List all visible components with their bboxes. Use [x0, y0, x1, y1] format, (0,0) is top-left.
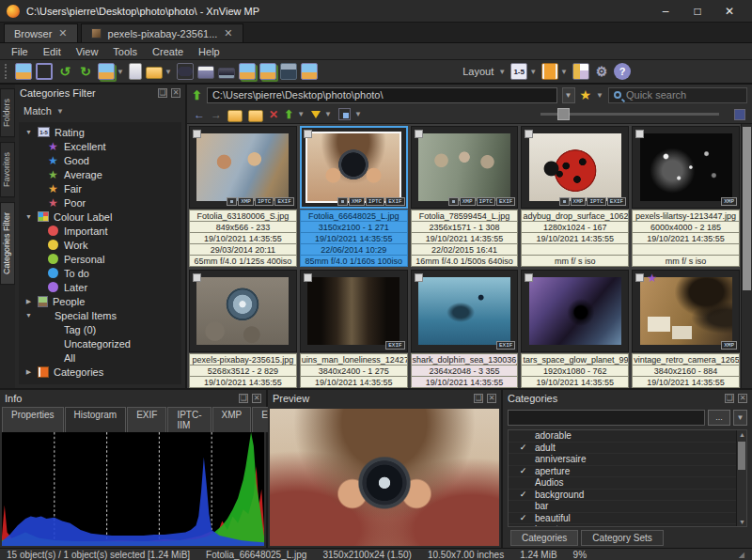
category-checkbox[interactable] [518, 478, 528, 488]
category-checkbox[interactable]: ✓ [518, 466, 528, 475]
category-checkbox[interactable]: ✓ [518, 443, 528, 452]
scan-icon[interactable] [218, 68, 235, 79]
tab-close-icon[interactable]: ✕ [58, 27, 67, 39]
info-tab-exif[interactable]: EXIF [127, 407, 166, 432]
thumbnail-item-2[interactable]: XMPIPTCEXIF Fotolia_78599454_L.jpg 2356x… [411, 126, 519, 267]
thumbnail-image-box[interactable] [189, 270, 297, 352]
slider-handle[interactable] [557, 108, 570, 120]
scrollbar-thumb[interactable] [743, 127, 751, 290]
path-input[interactable]: C:\Users\pierre\Desktop\photo\photo\ [207, 87, 557, 103]
thumbnail-image-box[interactable]: EXIF [411, 270, 519, 352]
chevron-down-icon[interactable]: ▼ [733, 410, 747, 426]
quick-search-input[interactable]: Quick search [608, 87, 747, 103]
path-dropdown-icon[interactable]: ▼ [562, 87, 575, 103]
tree-item-all[interactable]: All [19, 350, 181, 365]
panel-float-icon[interactable]: ❏ [725, 394, 734, 403]
open-with-icon[interactable] [146, 67, 163, 79]
back-icon[interactable]: ← [194, 108, 205, 121]
sidebar-tab-categories-filter[interactable]: Categories Filter [0, 202, 15, 285]
collapse-arrow-icon[interactable]: ▼ [24, 213, 33, 220]
tree-item-special-items[interactable]: ▼ Special Items [19, 308, 181, 322]
category-item-beautiful[interactable]: ✓ beautiful [509, 513, 746, 525]
maximize-button[interactable]: □ [682, 5, 713, 18]
minimize-button[interactable]: – [650, 5, 682, 18]
folder-icon[interactable] [227, 110, 243, 122]
panel-close-icon[interactable]: ✕ [487, 394, 496, 403]
collapse-arrow-icon[interactable]: ▼ [24, 129, 33, 135]
folder-up-icon[interactable]: ⬆ [192, 88, 202, 102]
category-checkbox[interactable] [518, 431, 528, 441]
thumbnail-image-box[interactable]: ★ XMP [632, 270, 740, 352]
tree-item-later[interactable]: Later [19, 280, 181, 294]
info-tab-properties[interactable]: Properties [2, 407, 64, 432]
panel-close-icon[interactable]: ✕ [252, 394, 261, 403]
thumbnail-image-box[interactable]: EXIF [300, 270, 408, 352]
category-item-adult[interactable]: ✓ adult [509, 443, 746, 455]
screen-capture-icon[interactable] [280, 63, 297, 80]
scroll-down-icon[interactable]: ▼ [739, 519, 745, 525]
categories-tab-category-sets[interactable]: Category Sets [581, 530, 663, 546]
tab-close-icon[interactable]: ✕ [224, 27, 232, 39]
panel-float-icon[interactable]: ❏ [239, 394, 248, 403]
thumbnail-checkbox[interactable] [193, 130, 201, 138]
category-item-audios[interactable]: Audios [509, 477, 746, 490]
thumbnail-item-5[interactable]: pexels-pixabay-235615.jpg 5268x3512 - 2 … [189, 270, 297, 388]
slideshow-icon[interactable] [541, 63, 558, 80]
thumbnail-checkbox[interactable] [304, 273, 312, 282]
convert-icon[interactable] [98, 63, 115, 80]
thumbnail-checkbox[interactable] [304, 130, 312, 138]
thumbnail-size-slider[interactable] [540, 113, 719, 116]
scroll-up-icon[interactable]: ▲ [739, 431, 745, 438]
sidebar-tab-folders[interactable]: Folders [0, 88, 15, 137]
menu-create[interactable]: Create [145, 45, 191, 58]
category-checkbox[interactable]: ✓ [518, 490, 528, 499]
category-checkbox[interactable] [518, 455, 528, 464]
tree-item-average[interactable]: ★ Average [19, 167, 181, 181]
categories-tab-categories[interactable]: Categories [510, 530, 578, 546]
tree-item-people[interactable]: ▶ People [19, 294, 181, 308]
thumbnail-item-3[interactable]: XMPIPTCEXIF adybug_drop_surface_1062.. 1… [521, 126, 629, 267]
category-item-beauty[interactable]: beauty [509, 524, 746, 527]
rotate-left-icon[interactable]: ↺ [56, 63, 73, 80]
browser-icon[interactable] [15, 63, 32, 80]
thumbnail-item-0[interactable]: XMPIPTCEXIF Fotolia_63180006_S.jpg 849x5… [189, 126, 297, 267]
tree-item-rating[interactable]: ▼ 1-5 Rating [19, 125, 181, 139]
panel-close-icon[interactable]: ✕ [171, 88, 180, 98]
panel-close-icon[interactable]: ✕ [738, 394, 747, 403]
thumbnail-image-box[interactable]: XMPIPTCEXIF [300, 126, 408, 209]
category-checkbox[interactable] [518, 525, 528, 527]
menu-help[interactable]: Help [191, 45, 227, 58]
info-tab-histogram[interactable]: Histogram [65, 407, 127, 432]
category-item-anniversaire[interactable]: anniversaire [509, 454, 746, 466]
scrollbar-thumb[interactable] [738, 442, 745, 470]
delete-icon[interactable]: ✕ [269, 108, 278, 121]
thumbnail-image-box[interactable] [521, 270, 629, 352]
category-item-bar[interactable]: bar [509, 501, 746, 513]
menu-view[interactable]: View [69, 45, 106, 58]
category-scrollbar[interactable]: ▲ ▼ [736, 430, 746, 526]
copy-to-icon[interactable] [239, 63, 256, 80]
thumbnail-item-9[interactable]: ★ XMP vintage_retro_camera_1265... 3840x… [632, 270, 740, 388]
thumbnail-checkbox[interactable] [193, 273, 201, 282]
settings-icon[interactable]: ⚙ [593, 63, 610, 80]
thumbnail-checkbox[interactable] [635, 130, 644, 138]
category-item-aperture[interactable]: ✓ aperture [509, 466, 746, 478]
tree-item-work[interactable]: Work [19, 238, 181, 252]
forward-icon[interactable]: → [211, 108, 222, 121]
tree-item-personal[interactable]: Personal [19, 252, 181, 266]
category-filter-input[interactable] [508, 410, 705, 426]
layout-dropdown[interactable]: Layout [460, 66, 496, 77]
pages-icon[interactable]: 1-5 [510, 63, 527, 80]
category-item-adorable[interactable]: adorable [509, 430, 746, 443]
tab-1[interactable]: pexels-pixabay-23561... ✕ [81, 23, 243, 42]
thumbnail-image-box[interactable]: XMPIPTCEXIF [411, 126, 519, 209]
info-tab-xmp[interactable]: XMP [212, 407, 252, 432]
edit-folder-icon[interactable] [248, 110, 263, 122]
properties-icon[interactable] [129, 63, 142, 80]
menu-edit[interactable]: Edit [36, 45, 69, 58]
category-checkbox[interactable] [518, 502, 528, 511]
expand-arrow-icon[interactable]: ▶ [24, 298, 33, 305]
info-tab-iptc-iim[interactable]: IPTC-IIM [167, 407, 211, 432]
category-browse-button[interactable]: ... [708, 410, 730, 426]
expand-arrow-icon[interactable]: ▶ [24, 368, 33, 376]
